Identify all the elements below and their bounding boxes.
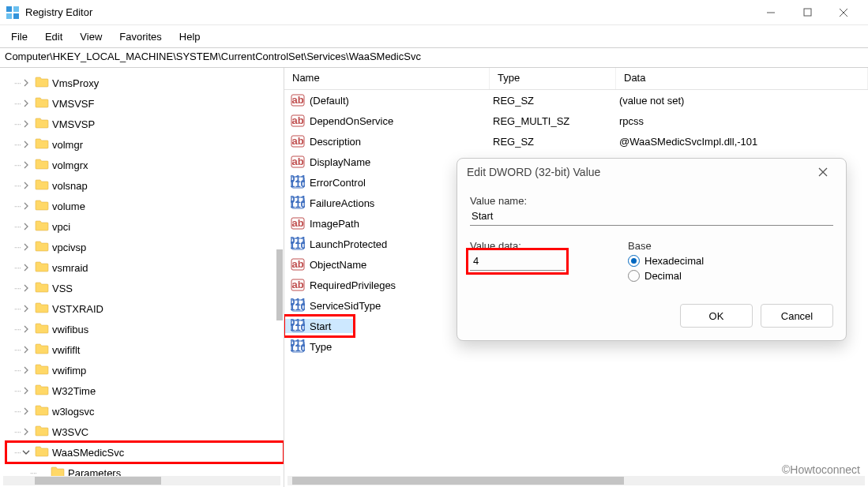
col-name[interactable]: Name <box>284 68 490 89</box>
radio-hex-label: Hexadecimal <box>644 255 704 267</box>
close-button[interactable] <box>825 0 862 25</box>
list-row-description[interactable]: DescriptionREG_SZ@WaaSMedicSvcImpl.dll,-… <box>284 131 868 152</box>
radio-dec-indicator <box>628 270 640 282</box>
tree-item-label: vwifimp <box>52 365 86 376</box>
tree-item-label: W3SVC <box>52 426 88 438</box>
tree-item-volmgrx[interactable]: ····volmgrx <box>6 155 284 175</box>
radio-decimal[interactable]: Decimal <box>628 270 833 282</box>
tree-item-vwififlt[interactable]: ····vwififlt <box>6 339 284 360</box>
list-row--default-[interactable]: (Default)REG_SZ(value not set) <box>284 90 868 111</box>
col-data[interactable]: Data <box>616 68 868 89</box>
tree-item-vss[interactable]: ····VSS <box>6 278 284 298</box>
folder-icon <box>35 138 49 151</box>
tree-item-vmsproxy[interactable]: ····VmsProxy <box>6 73 284 93</box>
tree-line: ···· <box>6 119 21 129</box>
menu-edit[interactable]: Edit <box>37 28 70 46</box>
chevron-right-icon[interactable] <box>21 406 32 418</box>
value-name-label: Value name: <box>470 195 833 207</box>
chevron-down-icon[interactable] <box>21 447 32 459</box>
tree-item-waasmedicsvc[interactable]: ····WaaSMedicSvc <box>6 442 284 463</box>
chevron-right-icon[interactable] <box>21 242 32 253</box>
cancel-button[interactable]: Cancel <box>761 304 833 328</box>
list-hscroll-thumb[interactable] <box>292 477 624 485</box>
tree-line: ···· <box>6 406 21 416</box>
value-data: @WaaSMedicSvcImpl.dll,-101 <box>616 136 868 148</box>
tree-line: ···· <box>6 201 21 211</box>
ok-button[interactable]: OK <box>680 304 753 328</box>
tree-item-label: vwififlt <box>52 344 80 356</box>
menu-view[interactable]: View <box>72 28 110 46</box>
edit-dword-dialog: Edit DWORD (32-bit) Value Value name: Va… <box>457 158 847 341</box>
list-row-dependonservice[interactable]: DependOnServiceREG_MULTI_SZrpcss <box>284 111 868 131</box>
tree-scrollbar-thumb[interactable] <box>276 249 283 320</box>
tree-item-vpcivsp[interactable]: ····vpcivsp <box>6 237 284 257</box>
tree-item-vwifimp[interactable]: ····vwifimp <box>6 360 284 380</box>
list-row-start[interactable]: Start <box>284 316 354 336</box>
value-name: ImagePath <box>310 218 359 230</box>
chevron-right-icon[interactable] <box>21 221 32 233</box>
list-header: Name Type Data <box>284 68 868 90</box>
tree-item-vsmraid[interactable]: ····vsmraid <box>6 257 284 278</box>
tree-item-volume[interactable]: ····volume <box>6 196 284 216</box>
folder-icon <box>35 118 49 130</box>
chevron-right-icon[interactable] <box>21 324 32 335</box>
tree-hscroll-thumb[interactable] <box>35 477 161 485</box>
folder-icon <box>35 77 49 89</box>
value-type: REG_MULTI_SZ <box>490 115 616 127</box>
tree-line: ···· <box>6 386 21 395</box>
tree-item-vwifibus[interactable]: ····vwifibus <box>6 319 284 339</box>
col-type[interactable]: Type <box>490 68 616 89</box>
chevron-right-icon[interactable] <box>21 344 32 356</box>
menu-favorites[interactable]: Favorites <box>111 28 169 46</box>
radio-hexadecimal[interactable]: Hexadecimal <box>628 255 833 267</box>
tree-item-w32time[interactable]: ····W32Time <box>6 380 284 401</box>
chevron-right-icon[interactable] <box>21 262 32 274</box>
chevron-right-icon[interactable] <box>21 365 32 376</box>
folder-icon <box>35 343 49 356</box>
tree-item-vpci[interactable]: ····vpci <box>6 216 284 237</box>
dialog-titlebar[interactable]: Edit DWORD (32-bit) Value <box>457 159 846 185</box>
svg-rect-0 <box>6 6 12 12</box>
menu-help[interactable]: Help <box>171 28 209 46</box>
chevron-right-icon[interactable] <box>21 139 32 151</box>
maximize-button[interactable] <box>789 0 825 25</box>
folder-icon <box>35 384 49 397</box>
value-data-field[interactable] <box>470 252 565 271</box>
address-bar[interactable]: Computer\HKEY_LOCAL_MACHINE\SYSTEM\Curre… <box>0 47 868 68</box>
chevron-right-icon[interactable] <box>21 426 32 438</box>
minimize-button[interactable] <box>753 0 789 25</box>
value-name: FailureActions <box>310 197 374 209</box>
value-data: rpcss <box>616 115 868 127</box>
svg-rect-2 <box>6 13 12 19</box>
menu-file[interactable]: File <box>3 28 36 46</box>
chevron-right-icon[interactable] <box>21 98 32 110</box>
tree-item-label: VSS <box>52 283 73 294</box>
tree-item-w3logsvc[interactable]: ····w3logsvc <box>6 401 284 421</box>
chevron-right-icon[interactable] <box>21 385 32 397</box>
tree-item-label: vwifibus <box>52 324 88 335</box>
tree-item-vmsvsp[interactable]: ····VMSVSP <box>6 114 284 134</box>
tree-pane[interactable]: ····VmsProxy····VMSVSF····VMSVSP····volm… <box>0 68 284 487</box>
watermark: ©Howtoconnect <box>782 463 860 476</box>
svg-rect-3 <box>13 13 19 19</box>
tree-item-vstxraid[interactable]: ····VSTXRAID <box>6 298 284 319</box>
tree-item-w3svc[interactable]: ····W3SVC <box>6 421 284 442</box>
dialog-close-button[interactable] <box>810 160 836 184</box>
chevron-right-icon[interactable] <box>21 283 32 294</box>
chevron-right-icon[interactable] <box>21 180 32 192</box>
value-name: ErrorControl <box>310 177 366 189</box>
chevron-right-icon[interactable] <box>21 118 32 130</box>
chevron-right-icon[interactable] <box>21 303 32 315</box>
chevron-right-icon[interactable] <box>21 159 32 171</box>
tree-line: ···· <box>6 324 21 334</box>
list-hscrollbar[interactable] <box>287 476 865 485</box>
tree-item-volsnap[interactable]: ····volsnap <box>6 175 284 196</box>
chevron-right-icon[interactable] <box>21 77 32 89</box>
tree-hscrollbar[interactable] <box>3 476 280 485</box>
chevron-right-icon[interactable] <box>21 200 32 212</box>
tree-item-volmgr[interactable]: ····volmgr <box>6 134 284 155</box>
titlebar: Registry Editor <box>0 0 868 25</box>
folder-icon <box>35 179 49 192</box>
value-name-field[interactable] <box>470 207 833 226</box>
tree-item-vmsvsf[interactable]: ····VMSVSF <box>6 93 284 114</box>
